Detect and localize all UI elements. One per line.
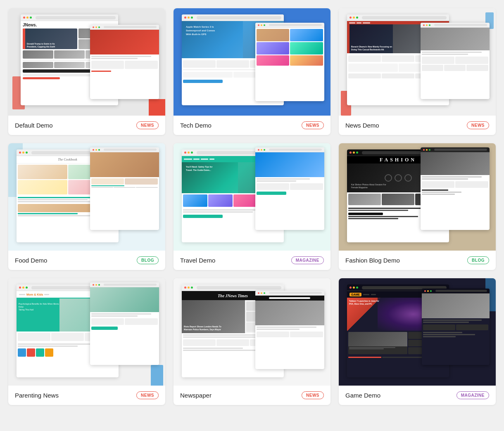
card-title-tech: Tech Demo <box>180 122 212 129</box>
badge-parenting[interactable]: NEWS <box>136 391 159 399</box>
card-title-news: News Demo <box>345 122 379 129</box>
card-newspaper-demo[interactable]: The JNews Times Riots Report Shows Londo… <box>174 278 330 405</box>
card-footer-travel: Travel Demo MAGAZINE <box>174 251 330 270</box>
card-news-demo[interactable]: Barack Obama's Now Mainly Focusing onDoi… <box>339 8 496 135</box>
card-footer-news: News Demo NEWS <box>339 116 496 135</box>
preview-parenting-demo: Mom & Kids Psychological Benefits for Ki… <box>8 278 165 386</box>
card-title-travel: Travel Demo <box>180 257 215 264</box>
preview-food-demo: The Cookbook <box>8 143 165 251</box>
card-default-demo[interactable]: JNews. Donald Trump to Swim in AsPreside… <box>8 8 165 135</box>
card-travel-demo[interactable]: You'll Need: Safety Tips forTravel. The … <box>174 143 330 270</box>
card-parenting-demo[interactable]: Mom & Kids Psychological Benefits for Ki… <box>8 278 165 405</box>
badge-food[interactable]: BLOG <box>137 256 159 264</box>
preview-tech-demo: Apple Watch Series 3 IsSwimmproof and Co… <box>174 8 330 116</box>
card-tech-demo[interactable]: Apple Watch Series 3 IsSwimmproof and Co… <box>174 8 330 135</box>
card-footer-food: Food Demo BLOG <box>8 251 165 270</box>
card-footer-default: Default Demo NEWS <box>8 116 165 135</box>
card-title-newspaper: Newspaper <box>180 392 212 399</box>
badge-newspaper[interactable]: NEWS <box>302 391 324 399</box>
demo-grid: JNews. Donald Trump to Swim in AsPreside… <box>8 8 496 405</box>
card-title-fashion: Fashion Blog Demo <box>345 257 400 264</box>
preview-default-demo: JNews. Donald Trump to Swim in AsPreside… <box>8 8 165 116</box>
card-title-parenting: Parenting News <box>15 392 59 399</box>
preview-game-demo: GAME Tekken 7 Launches in June forPS4, X… <box>339 278 496 386</box>
badge-travel[interactable]: MAGAZINE <box>291 256 324 264</box>
card-game-demo[interactable]: GAME Tekken 7 Launches in June forPS4, X… <box>339 278 496 405</box>
mock-browser-overlay <box>90 25 159 99</box>
card-footer-parenting: Parenting News NEWS <box>8 386 165 405</box>
card-footer-fashion: Fashion Blog Demo BLOG <box>339 251 496 270</box>
badge-game[interactable]: MAGAZINE <box>456 391 489 399</box>
card-title-food: Food Demo <box>15 257 47 264</box>
card-title-default: Default Demo <box>15 122 53 129</box>
card-title-game: Game Demo <box>345 392 380 399</box>
badge-tech[interactable]: NEWS <box>302 121 324 129</box>
card-fashion-demo[interactable]: FASHION Kat Slinkov Photos-About Session… <box>339 143 496 270</box>
badge-news[interactable]: NEWS <box>467 121 489 129</box>
card-footer-game: Game Demo MAGAZINE <box>339 386 496 405</box>
preview-newspaper-demo: The JNews Times Riots Report Shows Londo… <box>174 278 330 386</box>
card-footer-tech: Tech Demo NEWS <box>174 116 330 135</box>
preview-travel-demo: You'll Need: Safety Tips forTravel. The … <box>174 143 330 251</box>
preview-news-demo: Barack Obama's Now Mainly Focusing onDoi… <box>339 8 496 116</box>
preview-fashion-demo: FASHION Kat Slinkov Photos-About Session… <box>339 143 496 251</box>
card-footer-newspaper: Newspaper NEWS <box>174 386 330 405</box>
card-food-demo[interactable]: The Cookbook <box>8 143 165 270</box>
badge-fashion[interactable]: BLOG <box>467 256 489 264</box>
badge-default[interactable]: NEWS <box>136 121 159 129</box>
